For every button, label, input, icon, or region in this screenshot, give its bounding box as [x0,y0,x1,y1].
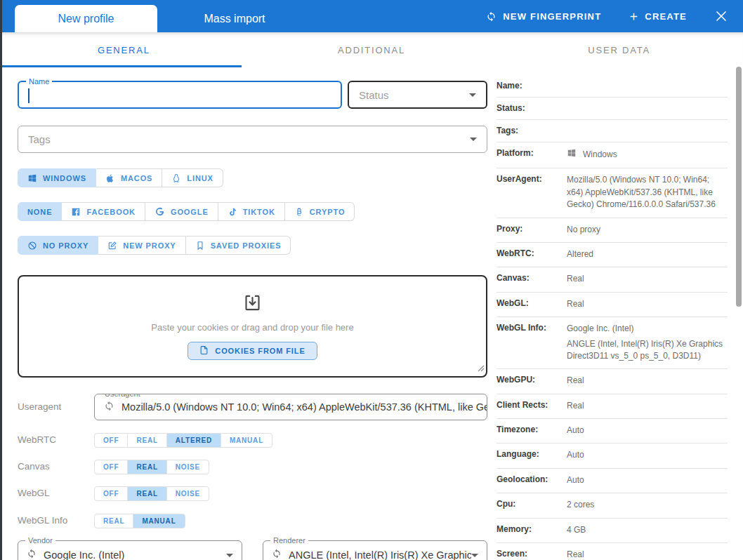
summary-row-webgl: WebGL: Real [497,293,728,317]
preset-chip-none-label: NONE [27,208,52,216]
webrtc-row-label: WebRTC [18,434,56,445]
windows-icon [567,148,577,161]
file-icon [199,345,209,356]
sync-icon [486,11,497,22]
modal-content: Name Status Tags WINDOWS MACOS [0,67,743,560]
header-actions: NEW FINGERPRINT CREATE [486,0,743,32]
canvas-option-off[interactable]: OFF [95,460,127,474]
proxy-chip-new-proxy[interactable]: NEW PROXY [98,236,185,255]
preset-chip-crypto[interactable]: CRYPTO [285,202,355,221]
refresh-useragent-icon[interactable] [104,401,114,414]
refresh-vendor-icon[interactable] [27,549,37,560]
facebook-icon [71,207,81,217]
preset-chip-facebook-label: FACEBOOK [86,208,136,216]
plus-icon [629,12,638,21]
bookmark-icon [195,241,205,251]
webrtc-option-altered[interactable]: ALTERED [166,434,221,447]
summary-row-timezone: Timezone: Auto [497,419,728,444]
download-tray-icon [243,293,262,315]
bitcoin-icon [294,207,304,217]
status-select[interactable]: Status [348,81,487,109]
tab-mass-import[interactable]: Mass import [157,5,312,32]
os-chip-macos-label: MACOS [121,174,152,182]
scrollbar-thumb[interactable] [736,67,742,307]
scrollbar-track[interactable] [735,67,743,560]
webgl-row-label: WebGL [18,488,50,498]
tab-mass-import-label: Mass import [204,13,265,25]
tab-new-profile-label: New profile [58,13,114,25]
chevron-down-icon [470,138,477,141]
windows-icon [27,173,37,183]
status-placeholder: Status [359,89,389,101]
os-chip-linux[interactable]: LINUX [162,168,223,187]
create-label: CREATE [645,11,687,22]
proxy-chip-no-proxy[interactable]: NO PROXY [18,236,98,255]
profile-form: Name Status Tags WINDOWS MACOS [18,67,487,560]
section-tabbar: GENERAL ADDITIONAL USER DATA [0,32,743,67]
proxy-chip-new-proxy-label: NEW PROXY [123,241,176,250]
resize-grip-icon[interactable] [478,362,485,375]
summary-row-client-rects: Client Rects: Real [497,394,728,419]
os-chip-macos[interactable]: MACOS [96,168,162,187]
webgl-info-row-label: WebGL Info [18,515,67,526]
summary-row-canvas: Canvas: Real [497,267,728,292]
useragent-field[interactable]: Useragent Mozilla/5.0 (Windows NT 10.0; … [94,394,487,420]
os-chip-windows[interactable]: WINDOWS [18,168,96,187]
preset-chip-crypto-label: CRYPTO [310,208,346,216]
preset-chip-facebook[interactable]: FACEBOOK [62,202,145,221]
summary-webgl-info-vendor: Google Inc. (Intel) [567,323,728,335]
google-icon [154,206,165,217]
vendor-select-label: Vendor [25,536,55,545]
summary-row-proxy: Proxy: No proxy [497,218,728,243]
os-chip-group: WINDOWS MACOS LINUX [18,168,223,187]
webgl-option-noise[interactable]: NOISE [166,487,209,500]
summary-row-webgl-info: WebGL Info: Google Inc. (Intel) ANGLE (I… [497,317,728,369]
linux-icon [171,173,181,183]
preset-chip-tiktok[interactable]: TIKTOK [218,202,285,221]
tags-select[interactable]: Tags [18,126,487,153]
preset-chip-google[interactable]: GOOGLE [145,202,218,221]
tab-general-label: GENERAL [98,45,150,55]
name-field[interactable]: Name [18,81,342,109]
tab-general[interactable]: GENERAL [0,32,248,67]
summary-row-platform: Platform: Windows [497,142,728,168]
proxy-chip-saved-proxies[interactable]: SAVED PROXIES [186,236,291,255]
renderer-select[interactable]: Renderer ANGLE (Intel, Intel(R) Iris(R) … [263,540,487,560]
webrtc-option-real[interactable]: REAL [127,434,166,447]
chevron-down-icon [471,554,478,557]
webrtc-option-off[interactable]: OFF [95,434,127,447]
webgl-info-option-real[interactable]: REAL [95,514,133,528]
tab-user-data[interactable]: USER DATA [495,32,743,67]
fingerprint-summary-panel: Name: Status: Tags: Platform: Windows Us… [497,75,728,560]
tab-new-profile[interactable]: New profile [15,5,157,32]
preset-chip-none[interactable]: NONE [18,202,62,221]
webrtc-option-manual[interactable]: MANUAL [221,434,272,447]
close-icon[interactable] [715,10,728,22]
edit-icon [107,241,117,251]
chevron-down-icon [469,93,476,97]
modal-header: New profile Mass import NEW FINGERPRINT … [0,0,743,32]
ban-icon [27,241,37,251]
webrtc-toggle: OFF REAL ALTERED MANUAL [94,433,272,448]
canvas-toggle: OFF REAL NOISE [94,460,209,474]
tab-additional[interactable]: ADDITIONAL [248,32,496,67]
new-fingerprint-button[interactable]: NEW FINGERPRINT [486,11,601,22]
useragent-value: Mozilla/5.0 (Windows NT 10.0; Win64; x64… [121,401,487,413]
window-edge [0,0,2,560]
vendor-select[interactable]: Vendor Google Inc. (Intel) [18,540,242,560]
canvas-option-noise[interactable]: NOISE [166,460,209,474]
renderer-value: ANGLE (Intel, Intel(R) Iris(R) Xe Graphi… [289,549,471,560]
webgl-info-option-manual[interactable]: MANUAL [133,514,184,528]
cookies-dropzone[interactable]: Paste your cookies or drag and drop your… [18,275,487,378]
create-button[interactable]: CREATE [629,11,687,22]
webgl-option-off[interactable]: OFF [95,487,127,500]
refresh-renderer-icon[interactable] [272,549,282,560]
vendor-value: Google Inc. (Intel) [44,549,226,560]
tab-additional-label: ADDITIONAL [338,45,405,55]
proxy-chip-group: NO PROXY NEW PROXY SAVED PROXIES [18,236,291,255]
webgl-option-real[interactable]: REAL [127,487,166,500]
useragent-field-label: Useragent [102,394,143,398]
canvas-option-real[interactable]: REAL [127,460,166,474]
canvas-row-label: Canvas [18,461,50,472]
cookies-from-file-button[interactable]: COOKIES FROM FILE [188,342,317,360]
